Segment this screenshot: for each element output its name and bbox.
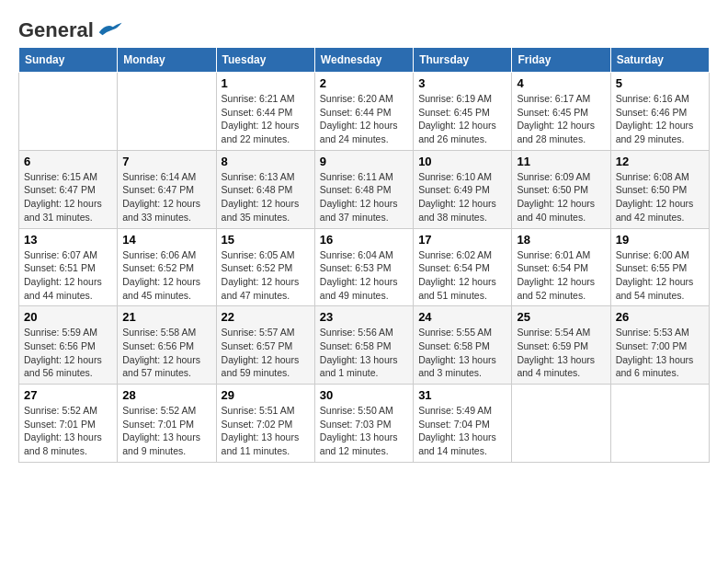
day-number: 8 (222, 155, 310, 168)
day-info: Sunrise: 6:19 AMSunset: 6:45 PMDaylight:… (418, 92, 506, 146)
day-info: Sunrise: 5:59 AMSunset: 6:56 PMDaylight:… (24, 326, 112, 380)
day-cell (19, 73, 118, 151)
day-number: 26 (616, 310, 704, 324)
day-number: 4 (517, 76, 605, 90)
day-info: Sunrise: 6:08 AMSunset: 6:50 PMDaylight:… (616, 170, 704, 224)
calendar-body: 1Sunrise: 6:21 AMSunset: 6:44 PMDaylight… (19, 73, 710, 463)
day-number: 29 (222, 388, 310, 402)
day-info: Sunrise: 6:20 AMSunset: 6:44 PMDaylight:… (320, 92, 408, 146)
week-row-1: 1Sunrise: 6:21 AMSunset: 6:44 PMDaylight… (19, 73, 710, 151)
day-number: 23 (320, 310, 408, 324)
week-row-5: 27Sunrise: 5:52 AMSunset: 7:01 PMDayligh… (19, 385, 710, 463)
day-number: 15 (222, 233, 310, 247)
day-cell: 16Sunrise: 6:04 AMSunset: 6:53 PMDayligh… (314, 228, 413, 306)
day-cell: 4Sunrise: 6:17 AMSunset: 6:45 PMDaylight… (512, 73, 610, 151)
day-number: 13 (24, 233, 112, 247)
day-number: 9 (320, 155, 408, 168)
day-info: Sunrise: 6:21 AMSunset: 6:44 PMDaylight:… (222, 92, 310, 146)
day-info: Sunrise: 6:06 AMSunset: 6:52 PMDaylight:… (122, 248, 210, 303)
day-cell: 3Sunrise: 6:19 AMSunset: 6:45 PMDaylight… (414, 73, 512, 151)
day-cell: 11Sunrise: 6:09 AMSunset: 6:50 PMDayligh… (512, 150, 610, 228)
week-row-2: 6Sunrise: 6:15 AMSunset: 6:47 PMDaylight… (19, 150, 710, 228)
day-info: Sunrise: 5:50 AMSunset: 7:03 PMDaylight:… (320, 404, 408, 458)
day-cell: 31Sunrise: 5:49 AMSunset: 7:04 PMDayligh… (414, 385, 512, 463)
column-header-wednesday: Wednesday (314, 48, 413, 73)
logo-bird-icon (96, 19, 123, 38)
day-cell: 27Sunrise: 5:52 AMSunset: 7:01 PMDayligh… (19, 385, 118, 463)
day-number: 12 (616, 155, 704, 168)
column-header-tuesday: Tuesday (216, 48, 314, 73)
day-cell (118, 73, 216, 151)
day-info: Sunrise: 5:57 AMSunset: 6:57 PMDaylight:… (222, 326, 310, 380)
day-info: Sunrise: 6:01 AMSunset: 6:54 PMDaylight:… (517, 248, 605, 303)
day-number: 20 (24, 310, 112, 324)
column-header-saturday: Saturday (610, 48, 709, 73)
column-header-friday: Friday (512, 48, 610, 73)
day-cell: 23Sunrise: 5:56 AMSunset: 6:58 PMDayligh… (314, 306, 413, 385)
column-header-thursday: Thursday (414, 48, 512, 73)
column-header-monday: Monday (118, 48, 216, 73)
day-cell: 8Sunrise: 6:13 AMSunset: 6:48 PMDaylight… (216, 150, 314, 228)
day-cell: 6Sunrise: 6:15 AMSunset: 6:47 PMDaylight… (19, 150, 118, 228)
day-cell: 21Sunrise: 5:58 AMSunset: 6:56 PMDayligh… (118, 306, 216, 385)
day-info: Sunrise: 6:00 AMSunset: 6:55 PMDaylight:… (616, 248, 704, 303)
day-cell (512, 385, 610, 463)
day-info: Sunrise: 5:55 AMSunset: 6:58 PMDaylight:… (418, 326, 506, 380)
day-cell: 2Sunrise: 6:20 AMSunset: 6:44 PMDaylight… (314, 73, 413, 151)
day-number: 30 (320, 388, 408, 402)
day-cell: 12Sunrise: 6:08 AMSunset: 6:50 PMDayligh… (610, 150, 709, 228)
header-row: SundayMondayTuesdayWednesdayThursdayFrid… (19, 48, 710, 73)
day-cell (610, 385, 709, 463)
day-info: Sunrise: 6:17 AMSunset: 6:45 PMDaylight:… (517, 92, 605, 146)
day-info: Sunrise: 6:04 AMSunset: 6:53 PMDaylight:… (320, 248, 408, 303)
day-number: 14 (122, 233, 210, 247)
day-info: Sunrise: 6:07 AMSunset: 6:51 PMDaylight:… (24, 248, 112, 303)
day-number: 1 (222, 76, 310, 90)
day-cell: 17Sunrise: 6:02 AMSunset: 6:54 PMDayligh… (414, 228, 512, 306)
day-cell: 29Sunrise: 5:51 AMSunset: 7:02 PMDayligh… (216, 385, 314, 463)
day-info: Sunrise: 6:09 AMSunset: 6:50 PMDaylight:… (517, 170, 605, 224)
day-cell: 1Sunrise: 6:21 AMSunset: 6:44 PMDaylight… (216, 73, 314, 151)
day-cell: 30Sunrise: 5:50 AMSunset: 7:03 PMDayligh… (314, 385, 413, 463)
day-number: 7 (122, 155, 210, 168)
day-info: Sunrise: 6:05 AMSunset: 6:52 PMDaylight:… (222, 248, 310, 303)
day-number: 5 (616, 76, 704, 90)
week-row-3: 13Sunrise: 6:07 AMSunset: 6:51 PMDayligh… (19, 228, 710, 306)
column-header-sunday: Sunday (19, 48, 118, 73)
day-cell: 15Sunrise: 6:05 AMSunset: 6:52 PMDayligh… (216, 228, 314, 306)
day-cell: 14Sunrise: 6:06 AMSunset: 6:52 PMDayligh… (118, 228, 216, 306)
day-number: 24 (418, 310, 506, 324)
day-number: 28 (122, 388, 210, 402)
day-number: 10 (418, 155, 506, 168)
day-number: 3 (418, 76, 506, 90)
day-info: Sunrise: 6:10 AMSunset: 6:49 PMDaylight:… (418, 170, 506, 224)
day-number: 2 (320, 76, 408, 90)
day-cell: 5Sunrise: 6:16 AMSunset: 6:46 PMDaylight… (610, 73, 709, 151)
logo: General (18, 18, 123, 38)
day-info: Sunrise: 6:13 AMSunset: 6:48 PMDaylight:… (222, 170, 310, 224)
day-cell: 26Sunrise: 5:53 AMSunset: 7:00 PMDayligh… (610, 306, 709, 385)
day-number: 18 (517, 233, 605, 247)
day-number: 22 (222, 310, 310, 324)
day-number: 6 (24, 155, 112, 168)
day-info: Sunrise: 6:15 AMSunset: 6:47 PMDaylight:… (24, 170, 112, 224)
week-row-4: 20Sunrise: 5:59 AMSunset: 6:56 PMDayligh… (19, 306, 710, 385)
day-info: Sunrise: 5:53 AMSunset: 7:00 PMDaylight:… (616, 326, 704, 380)
day-info: Sunrise: 5:58 AMSunset: 6:56 PMDaylight:… (122, 326, 210, 380)
day-number: 21 (122, 310, 210, 324)
day-cell: 25Sunrise: 5:54 AMSunset: 6:59 PMDayligh… (512, 306, 610, 385)
day-info: Sunrise: 5:51 AMSunset: 7:02 PMDaylight:… (222, 404, 310, 458)
day-number: 19 (616, 233, 704, 247)
day-cell: 7Sunrise: 6:14 AMSunset: 6:47 PMDaylight… (118, 150, 216, 228)
day-number: 17 (418, 233, 506, 247)
day-info: Sunrise: 6:14 AMSunset: 6:47 PMDaylight:… (122, 170, 210, 224)
day-info: Sunrise: 5:52 AMSunset: 7:01 PMDaylight:… (122, 404, 210, 458)
day-cell: 13Sunrise: 6:07 AMSunset: 6:51 PMDayligh… (19, 228, 118, 306)
day-cell: 10Sunrise: 6:10 AMSunset: 6:49 PMDayligh… (414, 150, 512, 228)
calendar-header: SundayMondayTuesdayWednesdayThursdayFrid… (19, 48, 710, 73)
day-info: Sunrise: 5:52 AMSunset: 7:01 PMDaylight:… (24, 404, 112, 458)
day-cell: 19Sunrise: 6:00 AMSunset: 6:55 PMDayligh… (610, 228, 709, 306)
day-number: 25 (517, 310, 605, 324)
day-cell: 9Sunrise: 6:11 AMSunset: 6:48 PMDaylight… (314, 150, 413, 228)
day-cell: 22Sunrise: 5:57 AMSunset: 6:57 PMDayligh… (216, 306, 314, 385)
